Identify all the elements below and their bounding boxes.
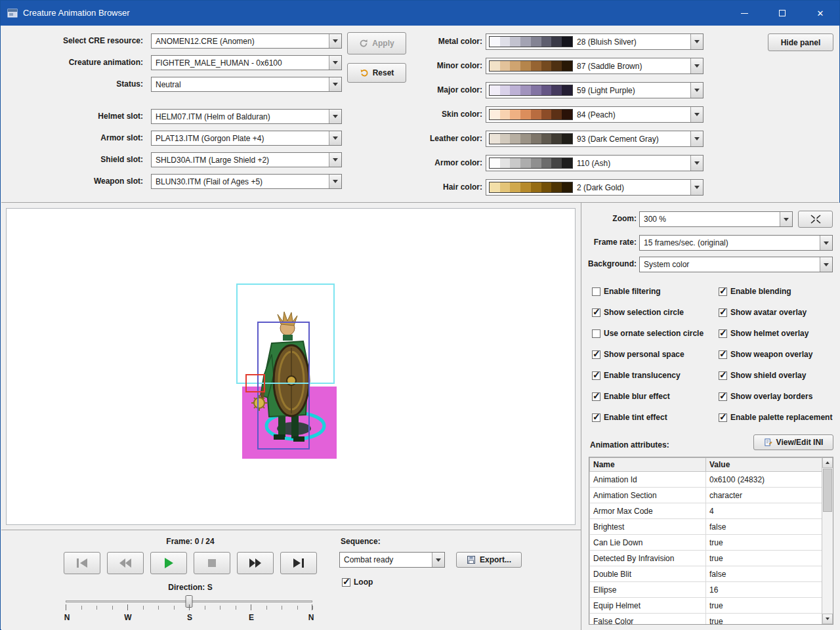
close-button[interactable]: ✕ (801, 1, 839, 26)
loop-checkbox[interactable]: Loop (342, 578, 373, 587)
column-header-name[interactable]: Name (590, 458, 706, 472)
checkbox-enable-blur-effect[interactable]: Enable blur effect (592, 392, 670, 401)
column-header-value[interactable]: Value (706, 458, 823, 472)
center-frame-button[interactable] (798, 211, 833, 228)
attr-value[interactable]: character (706, 488, 823, 503)
table-row[interactable]: Can Lie Downtrue (590, 535, 823, 551)
status-select[interactable]: Neutral (151, 77, 342, 92)
checkbox-use-ornate-selection-circle[interactable]: Use ornate selection circle (592, 329, 704, 338)
leather-color-select[interactable]: 93 (Dark Cement Gray) (486, 131, 704, 147)
table-scrollbar[interactable] (822, 457, 833, 624)
chevron-down-icon[interactable] (690, 180, 703, 195)
chevron-down-icon[interactable] (820, 236, 832, 250)
scroll-up-button[interactable] (822, 457, 833, 468)
chevron-down-icon[interactable] (329, 175, 341, 188)
table-row[interactable]: Detected By Infravisiontrue (590, 551, 823, 566)
checkbox-enable-palette-replacement[interactable]: Enable palette replacement (719, 413, 832, 422)
checkbox-show-shield-overlay[interactable]: Show shield overlay (719, 371, 806, 380)
skin-color-select[interactable]: 84 (Peach) (486, 106, 704, 123)
rewind-button[interactable] (107, 552, 144, 574)
shield-slot-select[interactable]: SHLD30A.ITM (Large Shield +2) (151, 152, 342, 167)
attr-name[interactable]: False Color (590, 614, 706, 625)
chevron-down-icon[interactable] (820, 257, 832, 272)
table-row[interactable]: Ellipse16 (590, 582, 823, 598)
attr-name[interactable]: Armor Max Code (590, 503, 706, 519)
attr-value[interactable]: 4 (706, 503, 823, 519)
frame-rate-select[interactable]: 15 frames/sec. (original) (639, 235, 833, 251)
table-row[interactable]: Animation Id0x6100 (24832) (590, 472, 823, 488)
chevron-down-icon[interactable] (690, 34, 703, 49)
major-color-select[interactable]: 59 (Light Purple) (486, 82, 704, 98)
skip-to-end-button[interactable] (280, 552, 317, 574)
attr-value[interactable]: true (706, 551, 823, 566)
table-row[interactable]: False Colortrue (590, 614, 823, 625)
checkbox-enable-tint-effect[interactable]: Enable tint effect (592, 413, 667, 422)
chevron-down-icon[interactable] (690, 131, 703, 146)
checkbox-enable-translucency[interactable]: Enable translucency (592, 371, 681, 380)
chevron-down-icon[interactable] (690, 83, 703, 98)
chevron-down-icon[interactable] (329, 77, 341, 91)
direction-slider[interactable]: N W S E N (66, 595, 312, 626)
attr-name[interactable]: Animation Id (590, 472, 706, 488)
table-row[interactable]: Animation Sectioncharacter (590, 488, 823, 503)
chevron-down-icon[interactable] (329, 131, 341, 145)
attr-value[interactable]: true (706, 614, 823, 625)
armor-color-select[interactable]: 110 (Ash) (486, 155, 704, 171)
checkbox-show-weapon-overlay[interactable]: Show weapon overlay (719, 350, 812, 359)
helmet-slot-select[interactable]: HELM07.ITM (Helm of Balduran) (151, 109, 342, 124)
attr-value[interactable]: false (706, 519, 823, 535)
metal-color-select[interactable]: 28 (Bluish Silver) (486, 33, 704, 50)
checkbox-show-avatar-overlay[interactable]: Show avatar overlay (719, 308, 807, 317)
cre-resource-select[interactable]: ANOMEN12.CRE (Anomen) (151, 33, 342, 49)
maximize-button[interactable] (763, 1, 801, 26)
table-row[interactable]: Armor Max Code4 (590, 503, 823, 519)
attr-value[interactable]: false (706, 566, 823, 582)
play-button[interactable] (150, 552, 187, 574)
attr-name[interactable]: Brightest (590, 519, 706, 535)
hide-panel-button[interactable]: Hide panel (768, 33, 833, 51)
chevron-down-icon[interactable] (329, 110, 341, 123)
chevron-down-icon[interactable] (329, 153, 341, 167)
attr-name[interactable]: Animation Section (590, 488, 706, 503)
creature-animation-select[interactable]: FIGHTER_MALE_HUMAN - 0x6100 (151, 55, 342, 70)
attr-name[interactable]: Ellipse (590, 582, 706, 598)
stop-button[interactable] (194, 552, 230, 574)
attr-name[interactable]: Double Blit (590, 566, 706, 582)
titlebar[interactable]: Creature Animation Browser ✕ (1, 1, 839, 26)
table-row[interactable]: Brightestfalse (590, 519, 823, 535)
checkbox-show-personal-space[interactable]: Show personal space (592, 350, 684, 359)
attr-value[interactable]: 16 (706, 582, 823, 598)
background-select[interactable]: System color (639, 257, 833, 272)
chevron-down-icon[interactable] (690, 156, 703, 171)
hair-color-select[interactable]: 2 (Dark Gold) (486, 179, 704, 196)
table-row[interactable]: Equip Helmettrue (590, 598, 823, 614)
fast-forward-button[interactable] (237, 552, 274, 574)
checkbox-enable-blending[interactable]: Enable blending (719, 287, 791, 296)
chevron-down-icon[interactable] (329, 56, 341, 70)
view-edit-ini-button[interactable]: View/Edit INI (753, 434, 833, 450)
chevron-down-icon[interactable] (329, 34, 341, 48)
attr-name[interactable]: Can Lie Down (590, 535, 706, 551)
chevron-down-icon[interactable] (690, 58, 703, 74)
chevron-down-icon[interactable] (690, 107, 703, 122)
attr-value[interactable]: true (706, 598, 823, 614)
table-row[interactable]: Double Blitfalse (590, 566, 823, 582)
attr-value[interactable]: true (706, 535, 823, 551)
attr-name[interactable]: Detected By Infravision (590, 551, 706, 566)
chevron-down-icon[interactable] (780, 212, 792, 226)
checkbox-show-overlay-borders[interactable]: Show overlay borders (719, 392, 812, 401)
checkbox-show-selection-circle[interactable]: Show selection circle (592, 308, 684, 317)
minimize-button[interactable] (725, 1, 763, 26)
attr-name[interactable]: Equip Helmet (590, 598, 706, 614)
attr-value[interactable]: 0x6100 (24832) (706, 472, 823, 488)
scroll-thumb[interactable] (823, 469, 832, 512)
weapon-slot-select[interactable]: BLUN30.ITM (Flail of Ages +5) (151, 174, 342, 189)
checkbox-show-helmet-overlay[interactable]: Show helmet overlay (719, 329, 808, 338)
checkbox-enable-filtering[interactable]: Enable filtering (592, 287, 661, 296)
sequence-select[interactable]: Combat ready (339, 552, 445, 568)
chevron-down-icon[interactable] (432, 553, 444, 567)
zoom-select[interactable]: 300 % (639, 211, 793, 227)
export-button[interactable]: Export... (456, 552, 522, 568)
minor-color-select[interactable]: 87 (Saddle Brown) (486, 58, 704, 74)
scroll-down-button[interactable] (822, 614, 833, 624)
